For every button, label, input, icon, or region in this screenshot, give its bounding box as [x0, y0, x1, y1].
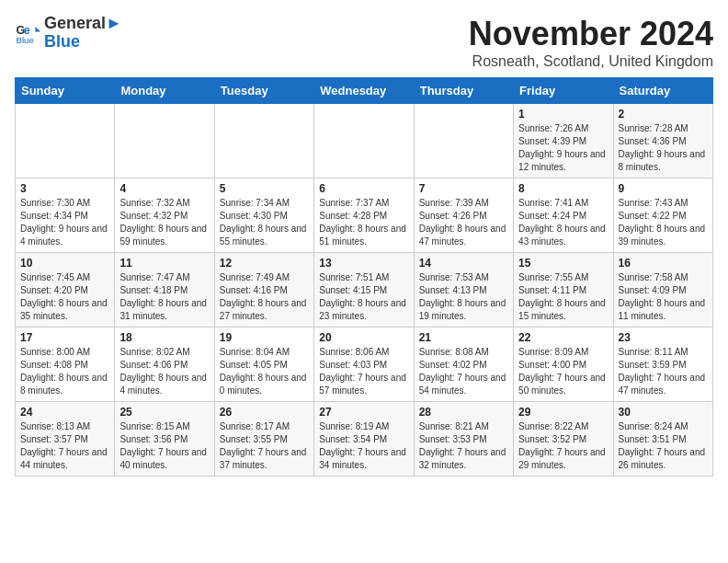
day-info: Sunrise: 7:34 AM Sunset: 4:30 PM Dayligh… [220, 197, 309, 248]
calendar-cell: 30Sunrise: 8:24 AM Sunset: 3:51 PM Dayli… [613, 402, 712, 477]
day-info: Sunrise: 8:06 AM Sunset: 4:03 PM Dayligh… [319, 346, 408, 397]
day-number: 30 [619, 406, 708, 419]
weekday-header-sunday: Sunday [16, 78, 115, 104]
calendar-cell: 10Sunrise: 7:45 AM Sunset: 4:20 PM Dayli… [16, 253, 115, 327]
day-number: 24 [20, 406, 109, 419]
day-number: 21 [419, 331, 508, 344]
day-number: 2 [619, 108, 708, 121]
day-number: 29 [518, 406, 608, 419]
weekday-header-tuesday: Tuesday [214, 78, 313, 104]
day-number: 16 [619, 257, 708, 270]
calendar-cell: 7Sunrise: 7:39 AM Sunset: 4:26 PM Daylig… [414, 178, 513, 253]
day-number: 26 [220, 406, 309, 419]
day-info: Sunrise: 8:09 AM Sunset: 4:00 PM Dayligh… [518, 346, 608, 397]
weekday-header-friday: Friday [514, 78, 613, 104]
day-info: Sunrise: 7:45 AM Sunset: 4:20 PM Dayligh… [20, 271, 109, 323]
calendar-cell: 4Sunrise: 7:32 AM Sunset: 4:32 PM Daylig… [115, 178, 214, 253]
calendar-cell: 19Sunrise: 8:04 AM Sunset: 4:05 PM Dayli… [214, 327, 313, 402]
calendar-cell: 25Sunrise: 8:15 AM Sunset: 3:56 PM Dayli… [115, 402, 214, 477]
calendar-cell: 27Sunrise: 8:19 AM Sunset: 3:54 PM Dayli… [314, 402, 414, 477]
day-info: Sunrise: 7:26 AM Sunset: 4:39 PM Dayligh… [518, 122, 608, 174]
day-info: Sunrise: 7:39 AM Sunset: 4:26 PM Dayligh… [419, 197, 508, 248]
logo-icon: G e Blue [15, 20, 40, 46]
day-info: Sunrise: 7:41 AM Sunset: 4:24 PM Dayligh… [518, 197, 608, 248]
day-number: 7 [419, 182, 508, 195]
calendar-cell: 16Sunrise: 7:58 AM Sunset: 4:09 PM Dayli… [613, 253, 712, 327]
calendar-cell [214, 104, 313, 178]
calendar-cell: 11Sunrise: 7:47 AM Sunset: 4:18 PM Dayli… [115, 253, 214, 327]
day-info: Sunrise: 7:58 AM Sunset: 4:09 PM Dayligh… [619, 271, 708, 323]
weekday-header-row: SundayMondayTuesdayWednesdayThursdayFrid… [16, 78, 713, 104]
calendar-cell: 1Sunrise: 7:26 AM Sunset: 4:39 PM Daylig… [514, 104, 613, 178]
day-number: 27 [319, 406, 408, 419]
calendar-week-row: 17Sunrise: 8:00 AM Sunset: 4:08 PM Dayli… [16, 327, 713, 402]
day-info: Sunrise: 8:00 AM Sunset: 4:08 PM Dayligh… [20, 346, 109, 397]
calendar-cell: 21Sunrise: 8:08 AM Sunset: 4:02 PM Dayli… [414, 327, 513, 402]
day-number: 20 [319, 331, 408, 344]
day-number: 13 [319, 257, 408, 270]
calendar-cell: 6Sunrise: 7:37 AM Sunset: 4:28 PM Daylig… [314, 178, 414, 253]
month-title: November 2024 [469, 15, 713, 53]
day-info: Sunrise: 8:13 AM Sunset: 3:57 PM Dayligh… [20, 420, 109, 472]
calendar-cell: 8Sunrise: 7:41 AM Sunset: 4:24 PM Daylig… [514, 178, 613, 253]
day-number: 18 [119, 331, 209, 344]
calendar-cell: 2Sunrise: 7:28 AM Sunset: 4:36 PM Daylig… [613, 104, 712, 178]
day-number: 15 [518, 257, 608, 270]
svg-text:Blue: Blue [16, 35, 34, 45]
calendar-cell: 26Sunrise: 8:17 AM Sunset: 3:55 PM Dayli… [214, 402, 313, 477]
weekday-header-thursday: Thursday [414, 78, 513, 104]
day-number: 19 [220, 331, 309, 344]
weekday-header-monday: Monday [115, 78, 214, 104]
day-number: 5 [220, 182, 309, 195]
calendar-cell: 22Sunrise: 8:09 AM Sunset: 4:00 PM Dayli… [514, 327, 613, 402]
day-info: Sunrise: 8:15 AM Sunset: 3:56 PM Dayligh… [119, 420, 209, 472]
calendar-cell: 3Sunrise: 7:30 AM Sunset: 4:34 PM Daylig… [16, 178, 115, 253]
page-header: G e Blue General► Blue November 2024 Ros… [15, 15, 713, 70]
day-info: Sunrise: 8:02 AM Sunset: 4:06 PM Dayligh… [119, 346, 209, 397]
day-number: 10 [20, 257, 109, 270]
day-number: 22 [518, 331, 608, 344]
calendar-cell: 20Sunrise: 8:06 AM Sunset: 4:03 PM Dayli… [314, 327, 414, 402]
calendar-cell: 9Sunrise: 7:43 AM Sunset: 4:22 PM Daylig… [613, 178, 712, 253]
calendar-cell: 14Sunrise: 7:53 AM Sunset: 4:13 PM Dayli… [414, 253, 513, 327]
calendar-cell: 13Sunrise: 7:51 AM Sunset: 4:15 PM Dayli… [314, 253, 414, 327]
day-number: 12 [220, 257, 309, 270]
calendar-week-row: 1Sunrise: 7:26 AM Sunset: 4:39 PM Daylig… [16, 104, 713, 178]
weekday-header-wednesday: Wednesday [314, 78, 414, 104]
calendar-cell [414, 104, 513, 178]
day-info: Sunrise: 7:47 AM Sunset: 4:18 PM Dayligh… [119, 271, 209, 323]
weekday-header-saturday: Saturday [613, 78, 712, 104]
calendar-cell: 12Sunrise: 7:49 AM Sunset: 4:16 PM Dayli… [214, 253, 313, 327]
calendar-cell: 23Sunrise: 8:11 AM Sunset: 3:59 PM Dayli… [613, 327, 712, 402]
calendar-week-row: 10Sunrise: 7:45 AM Sunset: 4:20 PM Dayli… [16, 253, 713, 327]
calendar-cell [314, 104, 414, 178]
location-title: Rosneath, Scotland, United Kingdom [469, 53, 713, 70]
title-section: November 2024 Rosneath, Scotland, United… [469, 15, 713, 70]
calendar-cell: 28Sunrise: 8:21 AM Sunset: 3:53 PM Dayli… [414, 402, 513, 477]
day-number: 28 [419, 406, 508, 419]
calendar-cell: 15Sunrise: 7:55 AM Sunset: 4:11 PM Dayli… [514, 253, 613, 327]
calendar-cell: 29Sunrise: 8:22 AM Sunset: 3:52 PM Dayli… [514, 402, 613, 477]
calendar-cell: 18Sunrise: 8:02 AM Sunset: 4:06 PM Dayli… [115, 327, 214, 402]
day-info: Sunrise: 8:04 AM Sunset: 4:05 PM Dayligh… [220, 346, 309, 397]
day-number: 17 [20, 331, 109, 344]
calendar-week-row: 3Sunrise: 7:30 AM Sunset: 4:34 PM Daylig… [16, 178, 713, 253]
day-info: Sunrise: 7:32 AM Sunset: 4:32 PM Dayligh… [119, 197, 209, 248]
calendar-cell: 17Sunrise: 8:00 AM Sunset: 4:08 PM Dayli… [16, 327, 115, 402]
calendar-week-row: 24Sunrise: 8:13 AM Sunset: 3:57 PM Dayli… [16, 402, 713, 477]
day-info: Sunrise: 8:08 AM Sunset: 4:02 PM Dayligh… [419, 346, 508, 397]
day-number: 6 [319, 182, 408, 195]
day-number: 9 [619, 182, 708, 195]
day-info: Sunrise: 7:30 AM Sunset: 4:34 PM Dayligh… [20, 197, 109, 248]
day-number: 8 [518, 182, 608, 195]
day-number: 3 [20, 182, 109, 195]
day-number: 23 [619, 331, 708, 344]
day-number: 1 [518, 108, 608, 121]
day-info: Sunrise: 7:28 AM Sunset: 4:36 PM Dayligh… [619, 122, 708, 174]
day-info: Sunrise: 8:19 AM Sunset: 3:54 PM Dayligh… [319, 420, 408, 472]
day-info: Sunrise: 7:53 AM Sunset: 4:13 PM Dayligh… [419, 271, 508, 323]
day-info: Sunrise: 7:37 AM Sunset: 4:28 PM Dayligh… [319, 197, 408, 248]
day-info: Sunrise: 8:17 AM Sunset: 3:55 PM Dayligh… [220, 420, 309, 472]
calendar-cell [115, 104, 214, 178]
day-info: Sunrise: 8:21 AM Sunset: 3:53 PM Dayligh… [419, 420, 508, 472]
